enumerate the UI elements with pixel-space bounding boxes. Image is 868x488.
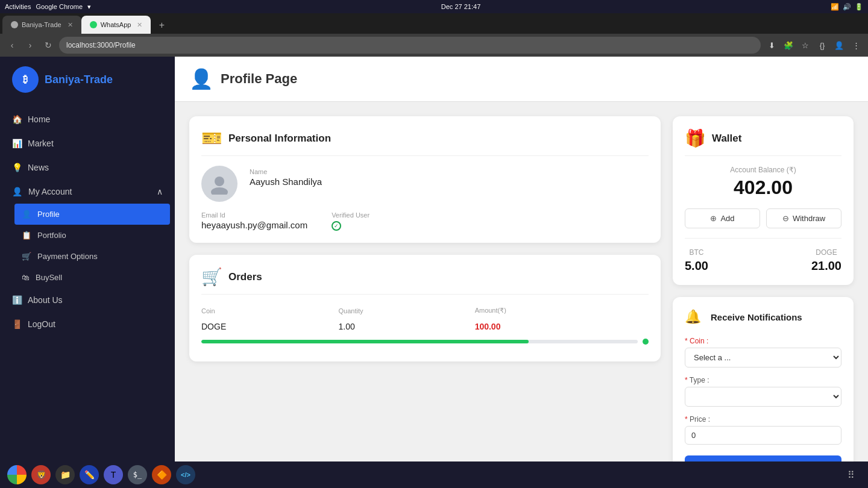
- market-icon: 📊: [12, 139, 22, 148]
- orders-col-coin: Coin: [201, 304, 339, 317]
- sidebar-item-buysell[interactable]: 🛍 BuySell: [10, 267, 175, 288]
- taskbar-vlc-icon[interactable]: 🔶: [152, 465, 171, 484]
- coin-form-row: * Coin : Select a ...: [685, 337, 841, 368]
- logo-icon-inner: ₿: [12, 66, 39, 93]
- svg-point-1: [211, 187, 228, 195]
- sidebar-logo[interactable]: ₿ Baniya-Trade: [0, 57, 175, 102]
- taskbar-files-icon[interactable]: 📁: [55, 465, 75, 484]
- extensions-icon[interactable]: 🧩: [781, 38, 796, 52]
- sidebar-group-account-items: 👤 Profile 📋 Portfolio 🛒 Payment Options …: [0, 204, 175, 288]
- notifications-card: 🔔 Receive Notifications * Coin : Select …: [673, 297, 854, 461]
- browser-toolbar: ‹ › ↻ localhost:3000/Profile ⬇ 🧩 ☆ {} 👤 …: [0, 34, 868, 57]
- sidebar-item-payment[interactable]: 🛒 Payment Options: [10, 246, 175, 267]
- wallet-crypto-row: BTC 5.00 DOGE 21.00: [685, 248, 841, 273]
- tab-close-whatsapp[interactable]: ✕: [137, 21, 142, 29]
- sidebar-item-logout[interactable]: 🚪 LogOut: [0, 312, 175, 336]
- orders-icon: 🛒: [201, 267, 222, 287]
- tab-whatsapp[interactable]: WhatsApp ✕: [81, 16, 151, 34]
- account-icon: 👤: [12, 187, 22, 196]
- orders-col-quantity: Quantity: [339, 304, 475, 317]
- svg-point-0: [215, 177, 224, 186]
- tab-label-baniya: Baniya-Trade: [22, 21, 61, 28]
- sidebar-item-profile[interactable]: 👤 Profile: [14, 204, 170, 225]
- user-avatar-area: Name Aayush Shandilya: [201, 166, 649, 202]
- notifications-title: Receive Notifications: [711, 312, 802, 322]
- sidebar-label-news: News: [28, 163, 49, 172]
- price-input[interactable]: 0: [685, 426, 841, 445]
- verified-field: Verified User ✓: [332, 211, 370, 231]
- personal-info-title: Personal Information: [228, 133, 331, 145]
- verified-label: Verified User: [332, 211, 370, 219]
- bookmark-icon[interactable]: ☆: [798, 38, 813, 52]
- sidebar-label-account: My Account: [28, 187, 72, 196]
- page-header: 👤 Profile Page: [175, 57, 868, 102]
- sidebar-item-home[interactable]: 🏠 Home: [0, 107, 175, 131]
- notifications-icon: 🔔: [685, 309, 701, 325]
- sidebar-nav: 🏠 Home 📊 Market 💡 News 👤 My Account ∧: [0, 102, 175, 461]
- profile-nav-icon: 👤: [22, 210, 31, 219]
- personal-info-header: 🎫 Personal Information: [201, 128, 649, 156]
- sidebar-item-about[interactable]: ℹ️ About Us: [0, 288, 175, 312]
- withdraw-button[interactable]: ⊖ Withdraw: [766, 208, 841, 228]
- network-icon: 📶: [831, 3, 839, 11]
- wallet-card: 🎁 Wallet Account Balance (₹) 402.00 ⊕ Ad…: [673, 116, 854, 285]
- taskbar-editor-icon[interactable]: ✏️: [80, 465, 99, 484]
- browser-toolbar-right: ⬇ 🧩 ☆ {} 👤 ⋮: [764, 38, 863, 52]
- taskbar-chrome-icon[interactable]: [7, 465, 27, 484]
- email-field: Email Id heyaayush.py@gmail.com: [201, 211, 307, 231]
- taskbar-terminal-icon[interactable]: $_: [128, 465, 147, 484]
- wallet-icon: 🎁: [685, 128, 706, 148]
- wallet-header: 🎁 Wallet: [685, 128, 841, 156]
- sidebar-group-account-header[interactable]: 👤 My Account ∧: [0, 180, 175, 204]
- notifications-form: * Coin : Select a ... * Type :: [685, 337, 841, 461]
- url-bar[interactable]: localhost:3000/Profile: [59, 37, 761, 54]
- battery-icon: 🔋: [855, 3, 863, 11]
- type-select[interactable]: [685, 387, 841, 407]
- wallet-balance-label: Account Balance (₹): [685, 166, 841, 174]
- back-button[interactable]: ‹: [5, 38, 19, 52]
- tab-close-baniya[interactable]: ✕: [68, 21, 73, 29]
- sidebar-item-portfolio[interactable]: 📋 Portfolio: [10, 225, 175, 246]
- name-label: Name: [250, 168, 322, 175]
- reload-button[interactable]: ↻: [41, 38, 55, 52]
- forward-button[interactable]: ›: [23, 38, 37, 52]
- menu-icon[interactable]: ⋮: [849, 38, 863, 52]
- left-column: 🎫 Personal Information Name Aayush: [189, 116, 661, 361]
- right-column: 🎁 Wallet Account Balance (₹) 402.00 ⊕ Ad…: [673, 116, 854, 461]
- os-topbar: Activities Google Chrome ▾ Dec 27 21:47 …: [0, 0, 868, 13]
- sidebar-group-account: 👤 My Account ∧ 👤 Profile 📋 Portfolio: [0, 180, 175, 288]
- sidebar-label-portfolio: Portfolio: [37, 231, 66, 240]
- tab-baniya[interactable]: Baniya-Trade ✕: [2, 16, 81, 34]
- sidebar-label-market: Market: [28, 139, 54, 148]
- avatar: [201, 166, 237, 202]
- logo-symbol: ₿: [23, 74, 28, 85]
- add-button[interactable]: ⊕ Add: [685, 208, 760, 228]
- tab-label-whatsapp: WhatsApp: [101, 21, 131, 28]
- taskbar-teams-icon[interactable]: T: [104, 465, 123, 484]
- payment-nav-icon: 🛒: [22, 252, 31, 261]
- notify-me-button[interactable]: Notify Me !: [685, 455, 841, 461]
- new-tab-button[interactable]: +: [153, 17, 170, 34]
- coin-select[interactable]: Select a ...: [685, 348, 841, 368]
- type-form-row: * Type :: [685, 376, 841, 407]
- user-name: Aayush Shandilya: [250, 177, 322, 187]
- logo-icon: ₿: [12, 66, 39, 93]
- taskbar-vscode-icon[interactable]: </>: [176, 465, 195, 484]
- price-required-star: *: [685, 415, 690, 424]
- price-form-row: * Price : 0: [685, 415, 841, 445]
- sidebar-label-logout: LogOut: [28, 319, 55, 329]
- price-label: * Price :: [685, 415, 841, 424]
- dropdown-icon[interactable]: ▾: [87, 3, 91, 11]
- sidebar-label-payment: Payment Options: [37, 252, 98, 261]
- taskbar-brave-icon[interactable]: 🦁: [31, 465, 51, 484]
- sidebar-item-news[interactable]: 💡 News: [0, 155, 175, 180]
- download-icon[interactable]: ⬇: [764, 38, 779, 52]
- profile-icon[interactable]: 👤: [832, 38, 846, 52]
- taskbar-grid-icon[interactable]: ⠿: [841, 465, 861, 484]
- browser-label[interactable]: Google Chrome: [36, 3, 83, 10]
- sidebar-item-market[interactable]: 📊 Market: [0, 131, 175, 155]
- sidebar-label-buysell: BuySell: [36, 273, 62, 282]
- activities-label[interactable]: Activities: [5, 3, 31, 10]
- code-icon[interactable]: {}: [815, 38, 829, 52]
- os-topbar-datetime: Dec 27 21:47: [441, 3, 480, 10]
